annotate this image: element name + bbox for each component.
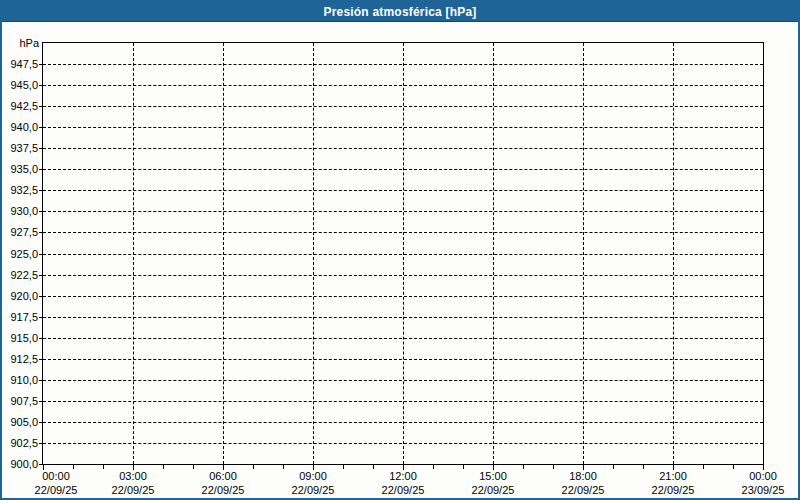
y-tick-label: 905,0 xyxy=(2,416,38,429)
x-axis-minor-tick xyxy=(163,465,164,469)
x-axis-minor-tick xyxy=(643,465,644,469)
x-tick-date-label: 22/09/25 xyxy=(562,484,605,497)
y-axis-unit-label: hPa xyxy=(2,37,39,50)
chart-title: Presión atmosférica [hPa] xyxy=(323,5,476,19)
y-tick-label: 945,0 xyxy=(2,79,38,92)
y-axis-tick xyxy=(39,232,43,233)
x-tick-time-label: 00:00 xyxy=(42,470,70,483)
x-tick-time-label: 00:00 xyxy=(749,470,777,483)
y-tick-label: 930,0 xyxy=(2,205,38,218)
x-axis-minor-tick xyxy=(283,465,284,469)
x-axis-minor-tick xyxy=(103,465,104,469)
y-axis-tick xyxy=(39,254,43,255)
y-axis-tick xyxy=(39,380,43,381)
y-axis-tick xyxy=(39,317,43,318)
x-axis-minor-tick xyxy=(553,465,554,469)
y-axis-tick xyxy=(39,211,43,212)
y-axis-tick xyxy=(39,148,43,149)
y-axis-tick xyxy=(39,127,43,128)
x-grid-line xyxy=(223,43,224,464)
x-tick-time-label: 21:00 xyxy=(659,470,687,483)
y-axis-tick xyxy=(39,106,43,107)
pressure-chart: hPa 947,5945,0942,5940,0937,5935,0932,59… xyxy=(2,23,798,498)
y-tick-label: 922,5 xyxy=(2,269,38,282)
y-tick-label: 925,0 xyxy=(2,248,38,261)
y-axis-tick xyxy=(39,275,43,276)
x-axis-minor-tick xyxy=(733,465,734,469)
y-axis-tick xyxy=(39,64,43,65)
y-axis-tick xyxy=(39,169,43,170)
x-grid-line xyxy=(493,43,494,464)
y-axis-tick xyxy=(39,296,43,297)
y-tick-label: 942,5 xyxy=(2,100,38,113)
x-tick-time-label: 03:00 xyxy=(119,470,147,483)
y-axis-tick xyxy=(39,359,43,360)
x-axis-minor-tick xyxy=(253,465,254,469)
y-axis-tick xyxy=(39,190,43,191)
x-axis-minor-tick xyxy=(463,465,464,469)
x-axis-minor-tick xyxy=(373,465,374,469)
chart-window: Presión atmosférica [hPa] hPa 947,5945,0… xyxy=(0,0,800,500)
chart-title-bar: Presión atmosférica [hPa] xyxy=(2,2,798,22)
x-grid-line xyxy=(583,43,584,464)
x-tick-date-label: 23/09/25 xyxy=(742,484,785,497)
x-tick-date-label: 22/09/25 xyxy=(35,484,78,497)
y-axis-tick xyxy=(39,338,43,339)
x-tick-date-label: 22/09/25 xyxy=(292,484,335,497)
x-axis-minor-tick xyxy=(703,465,704,469)
x-tick-time-label: 15:00 xyxy=(479,470,507,483)
x-tick-date-label: 22/09/25 xyxy=(112,484,155,497)
y-tick-label: 912,5 xyxy=(2,353,38,366)
x-tick-time-label: 09:00 xyxy=(299,470,327,483)
x-tick-time-label: 06:00 xyxy=(209,470,237,483)
y-tick-label: 900,0 xyxy=(2,458,38,471)
y-tick-label: 920,0 xyxy=(2,290,38,303)
x-axis-minor-tick xyxy=(523,465,524,469)
y-axis-tick xyxy=(39,443,43,444)
x-tick-time-label: 12:00 xyxy=(389,470,417,483)
x-grid-line xyxy=(313,43,314,464)
x-tick-date-label: 22/09/25 xyxy=(382,484,425,497)
y-tick-label: 927,5 xyxy=(2,226,38,239)
y-tick-label: 940,0 xyxy=(2,121,38,134)
x-grid-line xyxy=(133,43,134,464)
x-axis-minor-tick xyxy=(343,465,344,469)
x-tick-date-label: 22/09/25 xyxy=(202,484,245,497)
x-tick-date-label: 22/09/25 xyxy=(472,484,515,497)
x-tick-time-label: 18:00 xyxy=(569,470,597,483)
y-axis-tick xyxy=(39,401,43,402)
x-grid-line xyxy=(403,43,404,464)
y-tick-label: 907,5 xyxy=(2,395,38,408)
y-tick-label: 910,0 xyxy=(2,374,38,387)
y-tick-label: 947,5 xyxy=(2,58,38,71)
y-axis-tick xyxy=(39,85,43,86)
y-tick-label: 937,5 xyxy=(2,142,38,155)
y-axis-tick xyxy=(39,422,43,423)
y-tick-label: 935,0 xyxy=(2,163,38,176)
y-tick-label: 917,5 xyxy=(2,311,38,324)
x-axis-minor-tick xyxy=(433,465,434,469)
x-axis-minor-tick xyxy=(73,465,74,469)
x-tick-date-label: 22/09/25 xyxy=(652,484,695,497)
x-axis-minor-tick xyxy=(613,465,614,469)
x-grid-line xyxy=(673,43,674,464)
y-tick-label: 932,5 xyxy=(2,184,38,197)
y-tick-label: 902,5 xyxy=(2,437,38,450)
x-axis-minor-tick xyxy=(193,465,194,469)
y-tick-label: 915,0 xyxy=(2,332,38,345)
